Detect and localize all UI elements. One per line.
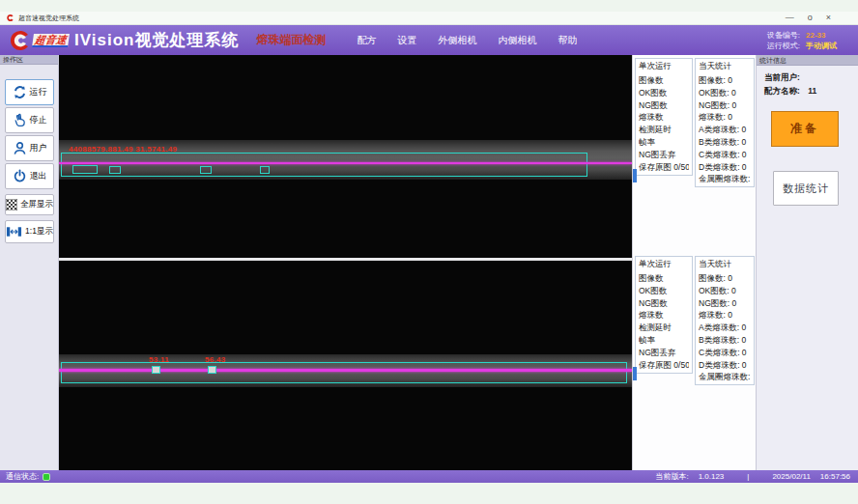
today-stats-bottom: 当天统计 图像数: 0 OK图数: 0 NG图数: 0 熔珠数: 0 A类熔珠数… [695,256,755,385]
brand-name: 超音速 [32,34,70,47]
version-value: 1.0.123 [699,472,725,481]
statistics-column: 单次运行 图像数 OK图数 NG图数 熔珠数 检测延时 帧率 NG图丢弃 保存原… [632,55,756,470]
run-icon [13,85,27,99]
one-to-one-button-label: 1:1显示 [25,226,53,238]
single-run-stats-bottom: 单次运行 图像数 OK图数 NG图数 熔珠数 检测延时 帧率 NG图丢弃 保存原… [635,256,693,374]
stat-row: A类熔珠数: 0 [699,124,751,136]
current-date: 2025/02/11 [772,472,810,481]
current-user-label: 当前用户: [764,72,800,82]
run-mode-label: 运行模式: [767,41,800,51]
stat-row: 金属圈熔珠数: 0 [699,173,751,185]
group-title: 单次运行 [639,61,689,72]
splitter-grip[interactable] [633,367,637,380]
recipe-line: 配方名称: 11 [764,86,816,98]
statusbar-separator: | [747,472,749,481]
minimize-button[interactable]: — [786,14,794,22]
exit-button[interactable]: 退出 [5,163,54,189]
stat-row: B类熔珠数: 0 [699,136,751,149]
stop-hand-icon [13,113,27,127]
stat-row: B类熔珠数: 0 [699,334,751,347]
menu-item-inner-camera[interactable]: 内侧相机 [496,32,538,49]
stat-row: OK图数 [639,285,689,297]
app-logo-icon [6,14,14,22]
outer-camera-viewer[interactable]: 44088579.881.49 31.5741.49 [59,55,632,258]
stat-row: 熔珠数: 0 [699,309,751,322]
menu-item-settings[interactable]: 设置 [395,32,418,49]
stat-row: NG图数: 0 [699,99,751,112]
window-title: 超音速视觉处理系统 [18,14,79,23]
stat-row: D类熔珠数: 0 [699,161,751,174]
stat-row: 保存原图 0/500 [639,161,689,174]
stop-button[interactable]: 停止 [5,107,54,133]
menu-item-help[interactable]: 帮助 [556,32,579,49]
splitter-grip[interactable] [633,169,637,182]
inner-camera-viewer[interactable]: 53.11 56.43 [59,261,632,470]
group-title: 单次运行 [639,259,689,270]
maximize-button[interactable]: o [808,14,813,22]
stat-row: OK图数: 0 [699,285,751,297]
feature-box-overlay [72,165,98,174]
app-subtitle: 熔珠端面检测 [256,32,326,48]
stat-row: NG图数 [639,99,689,112]
feature-box-overlay [109,166,121,174]
stat-row: 熔珠数 [639,309,689,322]
window-titlebar: 超音速视觉处理系统 — o × [0,12,858,25]
user-icon [13,141,27,155]
today-stats-top: 当天统计 图像数: 0 OK图数: 0 NG图数: 0 熔珠数: 0 A类熔珠数… [695,58,755,187]
main-menu: 配方 设置 外侧相机 内侧相机 帮助 [355,32,579,49]
stat-row: NG图丢弃 [639,149,689,161]
group-title: 当天统计 [699,61,751,72]
statistics-info-panel: 统计信息 当前用户: 配方名称: 11 准备 数据统计 [756,55,858,470]
feature-box-overlay [200,166,212,174]
fullscreen-button-label: 全屏显示 [20,199,53,210]
one-to-one-icon [6,226,22,238]
device-number-label: 设备编号: [767,30,800,41]
stat-row: 金属圈熔珠数: 0 [699,371,751,383]
power-icon [13,169,27,183]
stat-row: 保存原图 0/500 [639,359,689,372]
status-bar: 通信状态: 当前版本: 1.0.123 | 2025/02/11 16:57:5… [0,470,858,483]
run-button[interactable]: 运行 [5,79,54,105]
prepare-button[interactable]: 准备 [771,111,839,147]
stat-row: C类熔珠数: 0 [699,149,751,161]
comm-status-indicator [43,473,50,481]
menu-item-recipe[interactable]: 配方 [355,32,378,49]
stat-row: 帧率 [639,334,689,347]
stat-row: OK图数: 0 [699,87,751,99]
close-button[interactable]: × [826,14,831,22]
feature-box-overlay [260,166,270,174]
main-area: 操作区 运行 停止 用户 [0,55,858,470]
recipe-name-label: 配方名称: [764,86,800,96]
menu-item-outer-camera[interactable]: 外侧相机 [436,32,478,49]
stat-row: NG图数: 0 [699,297,751,310]
version-label: 当前版本: [655,471,688,482]
detection-region-overlay [61,153,587,177]
stat-row: OK图数 [639,87,689,99]
sidebar-title: 操作区 [0,55,58,65]
user-button[interactable]: 用户 [5,135,54,161]
app-header: 超音速 IVision视觉处理系统 熔珠端面检测 配方 设置 外侧相机 内侧相机… [0,25,858,55]
stat-row: NG图数 [639,297,689,310]
single-run-stats-top: 单次运行 图像数 OK图数 NG图数 熔珠数 检测延时 帧率 NG图丢弃 保存原… [635,58,693,176]
run-button-label: 运行 [30,86,47,98]
stat-row: C类熔珠数: 0 [699,347,751,359]
stat-row: D类熔珠数: 0 [699,359,751,372]
device-number-value: 22-33 [806,30,825,41]
run-mode-value: 手动调试 [806,41,837,51]
stat-row: A类熔珠数: 0 [699,322,751,334]
fullscreen-button[interactable]: 全屏显示 [5,194,54,215]
one-to-one-button[interactable]: 1:1显示 [5,220,54,243]
info-panel-title: 统计信息 [757,55,858,66]
stat-row: 图像数 [639,74,689,87]
stat-row: 检测延时 [639,322,689,334]
laser-line-overlay [59,162,632,164]
current-user-line: 当前用户: [764,72,800,84]
exit-button-label: 退出 [30,170,47,182]
stat-row: 熔珠数: 0 [699,111,751,124]
feature-box-overlay [208,366,216,374]
brand-crescent-icon [8,29,31,52]
stat-row: 检测延时 [639,124,689,136]
data-statistics-button[interactable]: 数据统计 [773,171,839,206]
stat-row: NG图丢弃 [639,347,689,359]
stat-row: 图像数: 0 [699,74,751,87]
